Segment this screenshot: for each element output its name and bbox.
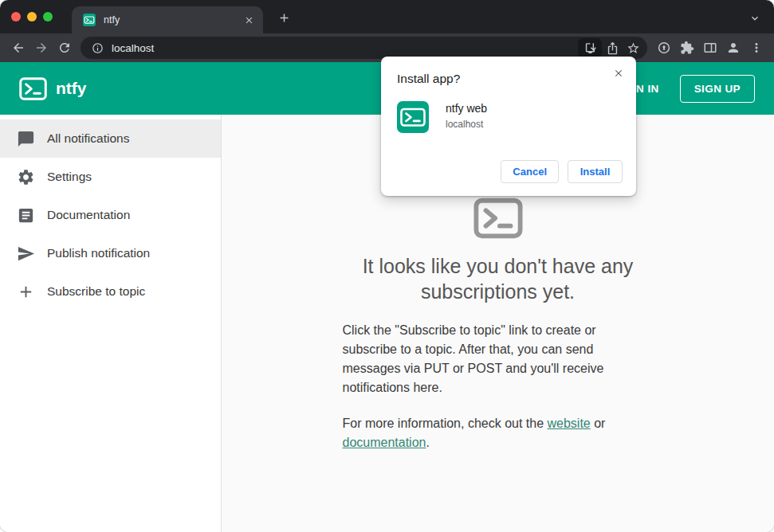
- share-icon[interactable]: [602, 38, 623, 57]
- ntfy-favicon-icon: [83, 14, 96, 26]
- document-icon: [17, 206, 35, 225]
- more-info-prefix: For more information, check out the: [343, 417, 548, 430]
- tab-title: ntfy: [104, 14, 241, 25]
- forward-button[interactable]: [29, 37, 53, 60]
- site-info-icon[interactable]: [88, 39, 106, 57]
- url-text: localhost: [112, 42, 578, 54]
- extension-circle-icon[interactable]: [652, 37, 675, 60]
- gear-icon: [17, 168, 35, 186]
- empty-state-more-info: For more information, check out the webs…: [343, 414, 654, 452]
- ntfy-app-icon: [397, 101, 429, 133]
- window-close-button[interactable]: [11, 12, 21, 22]
- back-button[interactable]: [6, 37, 29, 60]
- install-app-dialog: Install app? ntfy web localhost Cancel I…: [381, 57, 636, 196]
- dialog-app-origin: localhost: [446, 119, 487, 130]
- sidebar-item-label: All notifications: [47, 131, 129, 146]
- sidebar-item-label: Settings: [47, 170, 92, 184]
- install-app-icon[interactable]: [578, 38, 602, 57]
- dialog-actions: Cancel Install: [501, 160, 623, 183]
- empty-state: It looks like you don't have any subscri…: [343, 198, 654, 532]
- more-info-middle: or: [591, 417, 606, 430]
- sidebar-item-label: Documentation: [47, 208, 130, 222]
- more-info-suffix: .: [426, 436, 429, 449]
- sidebar-item-settings[interactable]: Settings: [0, 158, 221, 196]
- send-icon: [17, 244, 35, 263]
- empty-state-body: Click the "Subscribe to topic" link to c…: [343, 321, 654, 397]
- ntfy-logo-icon: [19, 77, 47, 100]
- sidebar-item-publish-notification[interactable]: Publish notification: [0, 234, 221, 272]
- profile-avatar[interactable]: [721, 37, 745, 60]
- documentation-link[interactable]: documentation: [343, 436, 426, 449]
- sign-up-button[interactable]: SIGN UP: [680, 75, 755, 103]
- dialog-app-text: ntfy web localhost: [446, 101, 487, 130]
- sidebar-item-subscribe-to-topic[interactable]: Subscribe to topic: [0, 272, 221, 311]
- dialog-title: Install app?: [397, 72, 623, 86]
- dialog-app-info: ntfy web localhost: [397, 101, 623, 133]
- sidebar-item-all-notifications[interactable]: All notifications: [0, 119, 221, 158]
- sidebar-item-documentation[interactable]: Documentation: [0, 196, 221, 234]
- sidebar: All notifications Settings Documentation…: [0, 115, 222, 532]
- website-link[interactable]: website: [548, 417, 591, 430]
- empty-state-heading: It looks like you don't have any subscri…: [343, 253, 654, 304]
- tab-search-chevron-icon[interactable]: [747, 10, 763, 26]
- install-button[interactable]: Install: [568, 160, 623, 183]
- extensions-puzzle-icon[interactable]: [675, 37, 698, 60]
- sidebar-item-label: Publish notification: [47, 246, 150, 260]
- menu-dots-icon[interactable]: [745, 37, 768, 60]
- dialog-close-icon[interactable]: [610, 65, 627, 82]
- sidebar-item-label: Subscribe to topic: [47, 284, 145, 299]
- terminal-icon: [473, 198, 523, 239]
- tab-strip: ntfy: [0, 0, 774, 33]
- address-bar[interactable]: localhost: [81, 37, 647, 59]
- dialog-app-name: ntfy web: [446, 101, 487, 115]
- side-panel-icon[interactable]: [698, 37, 721, 60]
- tab-close-icon[interactable]: [241, 12, 257, 28]
- plus-icon: [17, 283, 35, 301]
- bookmark-star-icon[interactable]: [623, 38, 643, 57]
- window-maximize-button[interactable]: [43, 12, 53, 22]
- window-minimize-button[interactable]: [27, 12, 37, 22]
- cancel-button[interactable]: Cancel: [501, 160, 559, 183]
- new-tab-button[interactable]: [276, 10, 292, 25]
- chat-bubble-icon: [17, 130, 35, 148]
- browser-window: ntfy localhost: [0, 0, 774, 532]
- window-controls: [11, 12, 53, 22]
- reload-button[interactable]: [53, 37, 76, 60]
- browser-tab[interactable]: ntfy: [72, 6, 263, 33]
